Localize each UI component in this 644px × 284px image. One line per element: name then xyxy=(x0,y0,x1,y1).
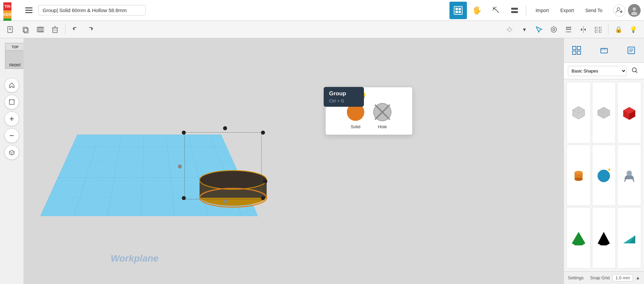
hole-shape-option[interactable]: Hole xyxy=(372,102,392,129)
viewport[interactable]: Workplane xyxy=(23,38,564,284)
handle-bl[interactable] xyxy=(182,196,186,200)
svg-line-84 xyxy=(636,71,637,73)
group-button[interactable] xyxy=(591,23,605,36)
shape-item-wedge-teal[interactable] xyxy=(617,207,641,269)
svg-rect-47 xyxy=(599,31,601,33)
hamburger-menu-button[interactable] xyxy=(22,4,36,17)
move-shape-button[interactable] xyxy=(547,23,560,36)
shape-item-box[interactable] xyxy=(567,82,591,143)
svg-rect-40 xyxy=(567,28,571,29)
3d-object-container[interactable] xyxy=(195,152,272,214)
isometric-button[interactable] xyxy=(4,145,19,160)
user-avatar[interactable] xyxy=(628,4,641,17)
light-toggle-button[interactable] xyxy=(503,23,516,36)
shape-item-box-red[interactable] xyxy=(617,82,641,143)
zoom-out-button[interactable] xyxy=(4,128,19,143)
undo-button[interactable] xyxy=(69,23,82,36)
svg-rect-3 xyxy=(454,6,462,14)
add-user-button[interactable] xyxy=(613,4,625,16)
svg-rect-70 xyxy=(573,46,576,50)
svg-point-36 xyxy=(553,29,555,31)
redo-button[interactable] xyxy=(84,23,97,36)
send-to-button[interactable]: Send To xyxy=(580,5,608,16)
svg-rect-74 xyxy=(601,48,607,53)
settings-button[interactable]: Settings xyxy=(568,275,584,280)
handle-br[interactable] xyxy=(261,196,265,200)
3d-view-button[interactable] xyxy=(449,2,467,19)
export-button[interactable]: Export xyxy=(555,5,579,16)
svg-point-14 xyxy=(631,12,637,15)
svg-marker-42 xyxy=(581,28,583,31)
snap-value[interactable]: 1.0 mm xyxy=(612,274,633,281)
snap-grid-row: Settings Snap Grid 1.0 mm ▲ xyxy=(564,271,644,284)
svg-line-56 xyxy=(9,152,12,153)
shape-item-pyramid-green[interactable] xyxy=(567,207,591,269)
visibility-button[interactable]: 💡 xyxy=(627,23,640,36)
tinkercad-logo[interactable]: TIN KER CA D xyxy=(3,2,19,18)
align-button[interactable] xyxy=(562,23,575,36)
svg-rect-20 xyxy=(37,27,41,32)
layers-button[interactable] xyxy=(506,2,523,19)
svg-point-35 xyxy=(551,27,556,32)
svg-rect-4 xyxy=(455,8,458,10)
pick-tool-button[interactable]: ⛏ xyxy=(487,2,504,19)
svg-rect-48 xyxy=(9,100,14,104)
delete-button[interactable] xyxy=(48,23,62,36)
svg-rect-6 xyxy=(455,11,458,13)
grid-view-button[interactable] xyxy=(568,42,585,59)
shape-item-pyramid-purple[interactable] xyxy=(592,207,616,269)
notes-button[interactable] xyxy=(623,42,640,59)
view-cube-front[interactable]: FRONT xyxy=(5,50,25,69)
svg-rect-5 xyxy=(459,8,461,10)
handle-mr[interactable] xyxy=(263,179,267,183)
fit-nav-button[interactable] xyxy=(4,95,19,109)
svg-point-30 xyxy=(508,28,511,31)
new-button[interactable] xyxy=(4,23,17,36)
svg-rect-44 xyxy=(595,27,597,29)
svg-rect-46 xyxy=(595,31,597,33)
svg-point-96 xyxy=(627,171,632,176)
handle-tl[interactable] xyxy=(182,131,186,135)
shape-item-box-smooth[interactable] xyxy=(592,82,616,143)
home-nav-button[interactable] xyxy=(4,78,19,93)
svg-rect-21 xyxy=(39,27,43,32)
handle-bm[interactable] xyxy=(223,199,227,203)
hand-tool-button[interactable]: 🖐 xyxy=(468,2,486,19)
svg-rect-8 xyxy=(511,8,518,10)
svg-text:★: ★ xyxy=(607,167,611,172)
shapes-category-dropdown[interactable]: Basic Shapes xyxy=(568,66,627,76)
search-button[interactable] xyxy=(629,65,640,76)
handle-ml[interactable] xyxy=(178,164,182,169)
svg-marker-100 xyxy=(598,232,610,245)
svg-point-92 xyxy=(575,178,583,181)
logo-tin: TIN xyxy=(3,2,11,10)
handle-tm[interactable] xyxy=(223,126,227,130)
select-shape-button[interactable] xyxy=(532,23,546,36)
lock-button[interactable]: 🔒 xyxy=(612,23,625,36)
svg-point-13 xyxy=(633,7,636,11)
import-button[interactable]: Import xyxy=(530,5,554,16)
handle-tr[interactable] xyxy=(261,131,265,135)
svg-point-63 xyxy=(200,171,267,189)
workplane-label: Workplane xyxy=(111,253,159,264)
svg-line-57 xyxy=(12,152,14,153)
ruler-view-button[interactable] xyxy=(595,42,613,59)
shape-item-cylinder[interactable] xyxy=(567,145,591,206)
logo-ker: KER xyxy=(3,10,11,18)
document-title-input[interactable]: Group| Solid 60mm & Hollow 58.8mm xyxy=(38,5,146,15)
svg-rect-9 xyxy=(511,11,518,13)
shapes-library-grid: ★ xyxy=(564,79,644,271)
snap-arrow[interactable]: ▲ xyxy=(636,275,640,280)
right-panel: Basic Shapes xyxy=(564,38,644,284)
shape-item-sphere[interactable]: ★ xyxy=(592,145,616,206)
mirror-button[interactable] xyxy=(577,23,590,36)
group-tooltip: Group Ctrl + G xyxy=(324,87,364,107)
svg-rect-72 xyxy=(573,51,576,54)
zoom-in-button[interactable] xyxy=(4,111,19,126)
svg-rect-71 xyxy=(577,46,581,50)
shape-item-character[interactable] xyxy=(617,145,641,206)
light-dropdown-button[interactable]: ▾ xyxy=(518,23,531,36)
duplicate-button[interactable] xyxy=(34,23,47,36)
svg-rect-23 xyxy=(53,28,57,33)
copy-button[interactable] xyxy=(19,23,32,36)
